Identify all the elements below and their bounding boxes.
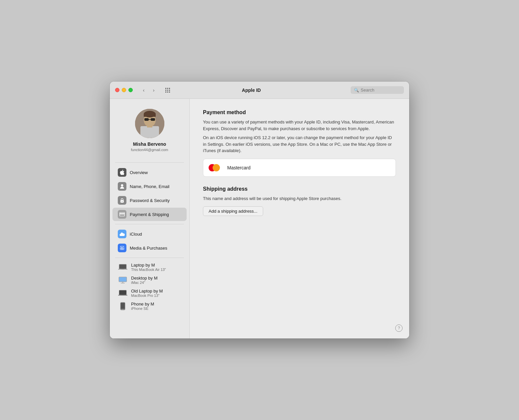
main-window: ‹ › Apple ID 🔍: [110, 82, 409, 338]
minimize-button[interactable]: [122, 88, 126, 92]
device-info-desktop: Desktop by M iMac 24": [131, 276, 157, 285]
search-input[interactable]: [361, 88, 401, 93]
profile-email: function44@gmail.com: [131, 148, 168, 152]
traffic-lights: [115, 88, 133, 92]
sidebar-divider-1: [115, 162, 184, 163]
svg-rect-14: [144, 118, 149, 121]
device-model-phone: iPhone SE: [131, 307, 154, 311]
person-icon: [118, 182, 126, 191]
device-info-old-laptop: Old Laptop by M MacBook Pro 13": [131, 289, 163, 298]
svg-rect-38: [121, 303, 125, 309]
profile-section: Misha Berveno function44@gmail.com: [110, 105, 189, 158]
payment-card-label: Mastercard: [227, 165, 251, 170]
sidebar-label-name-phone-email: Name, Phone, Email: [130, 184, 169, 189]
device-model-old-laptop: MacBook Pro 13": [131, 294, 163, 298]
sidebar-device-desktop[interactable]: Desktop by M iMac 24": [112, 274, 187, 286]
content-area: Misha Berveno function44@gmail.com Overv…: [110, 99, 409, 338]
svg-point-19: [121, 184, 123, 187]
device-info-laptop: Laptop by M This MacBook Air 13": [131, 263, 166, 272]
avatar: [135, 109, 164, 138]
payment-method-desc2: On an iOS device running iOS 12.2 or lat…: [203, 134, 396, 154]
sidebar-label-icloud: iCloud: [130, 232, 142, 237]
sidebar-label-media-purchases: Media & Purchases: [130, 246, 167, 251]
svg-rect-23: [120, 213, 125, 214]
help-button[interactable]: ?: [395, 324, 403, 332]
payment-card[interactable]: Mastercard: [203, 159, 396, 177]
back-button[interactable]: ‹: [139, 86, 148, 95]
shipping-address-title: Shipping address: [203, 186, 396, 192]
sidebar-item-media-purchases[interactable]: Media & Purchases: [112, 241, 187, 255]
lock-icon: [118, 196, 126, 205]
svg-rect-26: [119, 265, 126, 269]
payment-method-desc1: You can use a variety of payment methods…: [203, 119, 396, 132]
svg-rect-11: [140, 126, 159, 138]
svg-point-21: [122, 201, 122, 201]
macbook-pro-icon: [118, 289, 128, 297]
profile-name: Misha Berveno: [133, 141, 166, 147]
svg-rect-34: [119, 291, 126, 295]
payment-method-title: Payment method: [203, 109, 396, 115]
device-model-laptop: This MacBook Air 13": [131, 268, 166, 272]
device-name-laptop: Laptop by M: [131, 263, 166, 268]
card-icon: [118, 210, 126, 219]
sidebar: Misha Berveno function44@gmail.com Overv…: [110, 99, 190, 338]
sidebar-label-overview: Overview: [130, 170, 148, 175]
sidebar-divider-3: [115, 258, 184, 258]
svg-point-39: [122, 309, 123, 310]
device-name-old-laptop: Old Laptop by M: [131, 289, 163, 294]
iphone-icon: [118, 302, 128, 310]
window-title: Apple ID: [156, 88, 347, 93]
sidebar-label-payment-shipping: Payment & Shipping: [130, 212, 169, 217]
device-model-desktop: iMac 24": [131, 281, 157, 285]
media-icon: [118, 244, 126, 252]
sidebar-divider-2: [115, 224, 184, 224]
svg-rect-32: [121, 283, 125, 284]
sidebar-item-name-phone-email[interactable]: Name, Phone, Email: [112, 180, 187, 193]
svg-rect-30: [119, 277, 126, 282]
add-shipping-button[interactable]: Add a shipping address...: [203, 206, 263, 216]
sidebar-item-icloud[interactable]: iCloud: [112, 227, 187, 241]
search-icon: 🔍: [354, 88, 359, 93]
search-bar[interactable]: 🔍: [351, 86, 404, 94]
fullscreen-button[interactable]: [128, 88, 133, 92]
sidebar-label-password-security: Password & Security: [130, 198, 170, 203]
device-name-phone: Phone by M: [131, 302, 154, 307]
macbook-air-icon: [118, 263, 128, 271]
mastercard-logo: [209, 163, 223, 172]
sidebar-device-old-laptop[interactable]: Old Laptop by M MacBook Pro 13": [112, 287, 187, 299]
shipping-address-desc: This name and address will be used for s…: [203, 195, 396, 202]
titlebar: ‹ › Apple ID 🔍: [110, 82, 409, 99]
svg-rect-31: [122, 282, 123, 283]
device-name-desktop: Desktop by M: [131, 276, 157, 281]
sidebar-item-payment-shipping[interactable]: Payment & Shipping: [112, 208, 187, 221]
apple-icon: [118, 168, 126, 177]
imac-icon: [118, 276, 128, 284]
sidebar-device-phone[interactable]: Phone by M iPhone SE: [112, 300, 187, 312]
svg-rect-15: [151, 118, 155, 121]
close-button[interactable]: [115, 88, 119, 92]
svg-rect-36: [121, 295, 124, 295]
sidebar-item-password-security[interactable]: Password & Security: [112, 194, 187, 207]
nav-arrows: ‹ ›: [139, 86, 158, 95]
svg-rect-28: [121, 269, 124, 269]
sidebar-item-overview[interactable]: Overview: [112, 166, 187, 179]
cloud-icon: [118, 230, 126, 238]
main-content: Payment method You can use a variety of …: [190, 99, 409, 338]
svg-rect-18: [144, 113, 156, 117]
device-info-phone: Phone by M iPhone SE: [131, 302, 154, 311]
sidebar-device-laptop[interactable]: Laptop by M This MacBook Air 13": [112, 261, 187, 273]
